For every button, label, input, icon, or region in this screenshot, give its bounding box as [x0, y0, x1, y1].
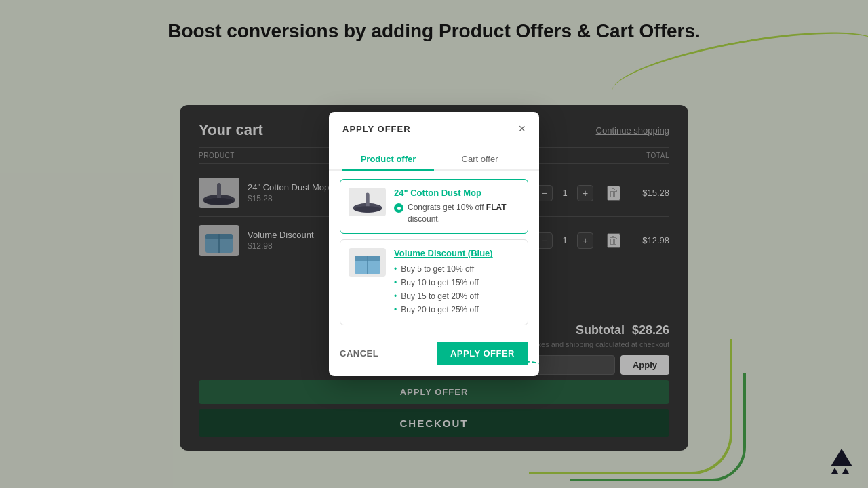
modal-header: APPLY OFFER ×: [329, 112, 539, 135]
offer-1-radio: [394, 203, 403, 213]
offer-1-radio-row: Congrats get 10% off FLAT discount.: [394, 202, 519, 225]
offer-1-name: 24" Cotton Dust Mop: [394, 188, 519, 198]
offer-card-2[interactable]: Volume Discount (Blue) Buy 5 to get 10% …: [340, 239, 528, 325]
modal-overlay: APPLY OFFER × Product offer Cart offer: [0, 0, 868, 488]
offer-1-content: 24" Cotton Dust Mop Congrats get 10% off…: [394, 188, 519, 225]
tab-cart-offer[interactable]: Cart offer: [434, 148, 526, 169]
offer-2-tier-list: Buy 5 to get 10% off Buy 10 to get 15% o…: [394, 262, 519, 317]
offer-1-image: [349, 188, 386, 216]
offer-dust-mop-icon: [351, 190, 384, 214]
offer-2-tier-3: Buy 15 to get 20% off: [394, 289, 519, 303]
modal-tabs: Product offer Cart offer: [329, 140, 539, 171]
tab-product-offer[interactable]: Product offer: [342, 148, 434, 169]
modal-close-button[interactable]: ×: [518, 123, 526, 135]
svg-rect-8: [366, 193, 369, 209]
svg-point-9: [354, 207, 381, 213]
offer-2-tier-4: Buy 20 to get 25% off: [394, 303, 519, 317]
modal-title: APPLY OFFER: [342, 124, 411, 134]
offer-2-content: Volume Discount (Blue) Buy 5 to get 10% …: [394, 248, 519, 317]
offer-2-image: [349, 248, 386, 277]
modal-body: 24" Cotton Dust Mop Congrats get 10% off…: [329, 171, 539, 333]
modal-cancel-button[interactable]: CANCEL: [340, 348, 378, 359]
offer-2-name: Volume Discount (Blue): [394, 248, 519, 258]
offer-2-tier-2: Buy 10 to get 15% off: [394, 276, 519, 289]
offer-blue-box-icon: [351, 249, 384, 275]
offer-2-tier-1: Buy 5 to get 10% off: [394, 262, 519, 276]
dashed-arrow-decoration: [505, 349, 539, 376]
apply-offer-modal: APPLY OFFER × Product offer Cart offer: [329, 112, 539, 376]
offer-1-desc: Congrats get 10% off FLAT discount.: [408, 202, 519, 225]
offer-card-1[interactable]: 24" Cotton Dust Mop Congrats get 10% off…: [340, 179, 528, 234]
